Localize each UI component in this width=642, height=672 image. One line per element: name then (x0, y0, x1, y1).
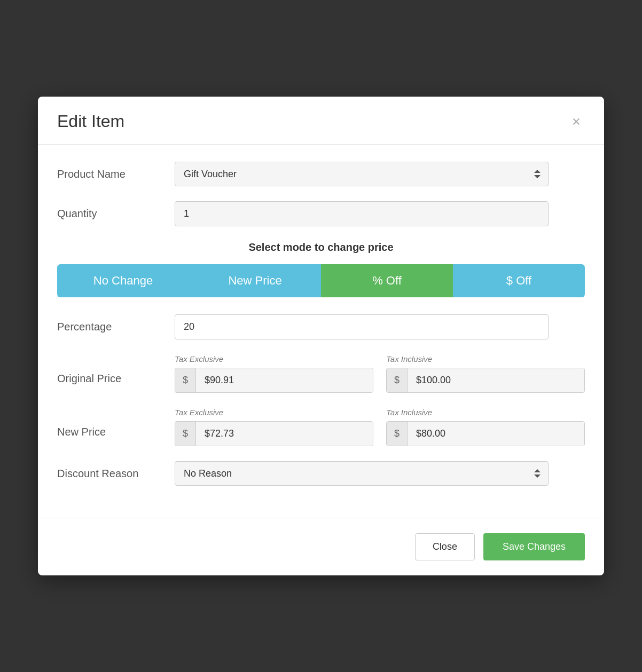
new-price-tax-exclusive-group: Tax Exclusive $ $72.73 (175, 408, 373, 446)
original-price-fields: Tax Exclusive $ $90.91 Tax Inclusive $ $… (175, 354, 585, 393)
original-price-tax-inclusive-wrapper: $ $100.00 (386, 368, 585, 393)
new-price-tax-inclusive-currency: $ (387, 422, 408, 446)
new-price-label: New Price (57, 408, 175, 438)
select-mode-title: Select mode to change price (57, 241, 585, 254)
percentage-input[interactable] (175, 314, 549, 339)
quantity-input[interactable] (175, 201, 549, 226)
edit-item-modal: Edit Item × Product Name Gift Voucher Qu… (38, 97, 604, 575)
modal-footer: Close Save Changes (38, 518, 604, 575)
close-button[interactable]: Close (415, 533, 475, 560)
original-price-tax-inclusive-currency: $ (387, 368, 408, 392)
modal-body: Product Name Gift Voucher Quantity Selec… (38, 145, 604, 518)
product-name-label: Product Name (57, 168, 175, 180)
mode-btn-pct-off[interactable]: % Off (321, 264, 453, 297)
new-price-tax-exclusive-currency: $ (175, 422, 196, 446)
original-price-tax-exclusive-wrapper: $ $90.91 (175, 368, 373, 393)
modal-close-button[interactable]: × (568, 112, 585, 131)
percentage-row: Percentage (57, 314, 585, 339)
original-price-tax-inclusive-value: $100.00 (408, 368, 584, 392)
discount-reason-row: Discount Reason No Reason (57, 461, 585, 486)
save-changes-button[interactable]: Save Changes (483, 533, 585, 560)
new-price-tax-exclusive-value: $72.73 (196, 422, 373, 446)
original-price-tax-exclusive-group: Tax Exclusive $ $90.91 (175, 354, 373, 393)
new-price-tax-inclusive-wrapper: $ $80.00 (386, 421, 585, 446)
discount-reason-label: Discount Reason (57, 468, 175, 480)
percentage-label: Percentage (57, 321, 175, 333)
original-price-tax-inclusive-label: Tax Inclusive (386, 354, 585, 363)
quantity-label: Quantity (57, 208, 175, 220)
discount-reason-select[interactable]: No Reason (175, 461, 549, 486)
mode-btn-no-change[interactable]: No Change (57, 264, 189, 297)
original-price-tax-exclusive-value: $90.91 (196, 368, 373, 392)
modal-overlay: Edit Item × Product Name Gift Voucher Qu… (0, 0, 642, 672)
modal-title: Edit Item (57, 112, 124, 131)
new-price-tax-inclusive-group: Tax Inclusive $ $80.00 (386, 408, 585, 446)
new-price-tax-inclusive-label: Tax Inclusive (386, 408, 585, 417)
new-price-tax-inclusive-value: $80.00 (408, 422, 584, 446)
mode-btn-new-price[interactable]: New Price (189, 264, 321, 297)
original-price-tax-exclusive-currency: $ (175, 368, 196, 392)
original-price-tax-exclusive-label: Tax Exclusive (175, 354, 373, 363)
mode-buttons-group: No Change New Price % Off $ Off (57, 264, 585, 297)
original-price-label: Original Price (57, 354, 175, 385)
mode-btn-dollar-off[interactable]: $ Off (453, 264, 585, 297)
new-price-fields: Tax Exclusive $ $72.73 Tax Inclusive $ $… (175, 408, 585, 446)
new-price-tax-exclusive-wrapper: $ $72.73 (175, 421, 373, 446)
product-name-select[interactable]: Gift Voucher (175, 162, 549, 186)
original-price-tax-inclusive-group: Tax Inclusive $ $100.00 (386, 354, 585, 393)
new-price-row: New Price Tax Exclusive $ $72.73 Tax Inc… (57, 408, 585, 446)
product-name-row: Product Name Gift Voucher (57, 162, 585, 186)
quantity-row: Quantity (57, 201, 585, 226)
new-price-tax-exclusive-label: Tax Exclusive (175, 408, 373, 417)
original-price-row: Original Price Tax Exclusive $ $90.91 Ta… (57, 354, 585, 393)
modal-header: Edit Item × (38, 97, 604, 145)
